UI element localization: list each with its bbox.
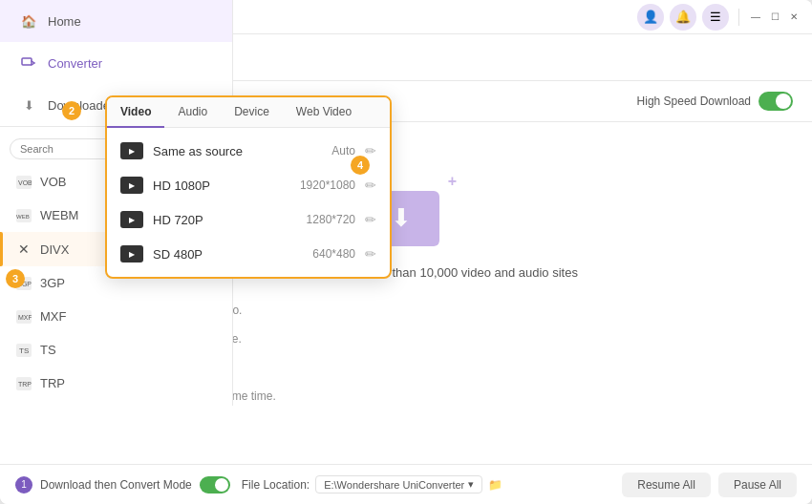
svg-text:TS: TS [19, 346, 29, 355]
location-select[interactable]: E:\Wondershare UniConverter ▾ [315, 475, 482, 494]
bell-icon[interactable]: 🔔 [670, 4, 696, 31]
bottom-bar: 1 Download then Convert Mode File Locati… [0, 464, 812, 504]
webm-icon: WEB [15, 209, 32, 222]
plus-icon-right: + [448, 173, 457, 190]
vob-label: VOB [40, 175, 66, 189]
format-tab-video[interactable]: Video [107, 97, 164, 128]
video-thumb-480-icon [120, 245, 143, 262]
format-item-same[interactable]: Same as source Auto ✏ [107, 134, 390, 168]
sidebar-item-trp[interactable]: TRP TRP [0, 367, 232, 400]
format-dropdown: Video Audio Device Web Video Same as sou… [105, 95, 392, 279]
format-tabs: Video Audio Device Web Video [107, 97, 390, 128]
format-item-480p[interactable]: SD 480P 640*480 ✏ [107, 237, 390, 271]
file-location-label: File Location: [242, 478, 310, 492]
format-item-720p[interactable]: HD 720P 1280*720 ✏ [107, 202, 390, 237]
webm-label: WEBM [40, 208, 78, 222]
format-edit-720[interactable]: ✏ [365, 212, 376, 227]
format-edit-480[interactable]: ✏ [365, 246, 376, 262]
vob-icon: VOB [15, 176, 32, 189]
resume-all-button[interactable]: Resume All [622, 472, 711, 497]
minimize-button[interactable]: — [749, 10, 762, 24]
svg-text:TRP: TRP [18, 381, 32, 388]
mxf-icon: MXF [15, 310, 32, 324]
format-name-1080: HD 1080P [153, 178, 290, 193]
trp-label: TRP [40, 376, 65, 390]
nav-converter-label: Converter [48, 56, 102, 71]
downloader-icon: ⬇ [19, 95, 38, 115]
format-items-list: Same as source Auto ✏ HD 1080P 1920*1080… [107, 128, 390, 277]
file-location-section: File Location: E:\Wondershare UniConvert… [242, 475, 610, 494]
svg-text:MXF: MXF [18, 314, 32, 321]
sidebar-item-ts[interactable]: TS TS [0, 333, 232, 367]
nav-item-home[interactable]: 🏠 Home [0, 34, 232, 42]
folder-open-icon[interactable]: 📁 [488, 478, 502, 492]
badge-4-circle: 4 [351, 156, 370, 175]
badge-2: 2 [62, 101, 81, 120]
convert-mode-label: Download then Convert Mode [40, 478, 192, 492]
badge-4-container: 4 [351, 156, 370, 175]
badge-3: 3 [6, 269, 25, 288]
format-tab-device[interactable]: Device [221, 97, 283, 127]
trp-icon: TRP [15, 377, 32, 390]
pause-all-button[interactable]: Pause All [718, 472, 797, 497]
location-value: E:\Wondershare UniConverter [324, 479, 464, 491]
window-controls: 👤 🔔 ☰ — ☐ ✕ [637, 4, 801, 31]
menu-icon[interactable]: ☰ [702, 4, 729, 31]
svg-rect-2 [22, 58, 32, 65]
divx-label: DIVX [40, 242, 69, 257]
format-name-480: SD 480P [153, 247, 303, 262]
high-speed-label: High Speed Download [637, 94, 751, 108]
user-icon[interactable]: 👤 [637, 4, 664, 31]
format-res-720: 1280*720 [307, 213, 355, 226]
close-button[interactable]: ✕ [787, 10, 801, 24]
format-item-1080p[interactable]: HD 1080P 1920*1080 ✏ [107, 168, 390, 202]
convert-mode-section: 1 Download then Convert Mode [15, 476, 230, 494]
format-name-same: Same as source [153, 144, 322, 158]
svg-text:WEB: WEB [16, 214, 30, 220]
format-res-1080: 1920*1080 [300, 178, 355, 192]
format-res-480: 640*480 [312, 247, 355, 261]
video-thumb-icon [120, 142, 143, 159]
video-thumb-1080-icon [120, 177, 143, 194]
converter-icon [19, 53, 38, 73]
ts-icon: TS [15, 344, 32, 357]
badge-3-circle: 3 [6, 269, 25, 288]
svg-text:VOB: VOB [18, 179, 32, 186]
chevron-down-icon: ▾ [468, 478, 474, 491]
sidebar-item-mxf[interactable]: MXF MXF [0, 300, 232, 333]
video-thumb-720-icon [120, 211, 143, 228]
divx-icon: ✕ [15, 242, 32, 257]
convert-mode-toggle[interactable] [200, 476, 230, 494]
format-edit-1080[interactable]: ✏ [365, 178, 376, 193]
action-buttons: Resume All Pause All [622, 472, 797, 497]
high-speed-toggle[interactable] [759, 92, 793, 111]
format-tab-audio[interactable]: Audio [164, 97, 221, 127]
mxf-label: MXF [40, 309, 66, 324]
nav-item-converter[interactable]: Converter [0, 42, 232, 84]
badge-2-circle: 2 [62, 101, 81, 120]
high-speed-container: High Speed Download [637, 92, 793, 111]
convert-mode-badge: 1 [15, 476, 32, 494]
download-arrow-icon: ⬇ [391, 203, 412, 233]
format-name-720: HD 720P [153, 213, 297, 227]
3gp-label: 3GP [40, 276, 65, 290]
maximize-button[interactable]: ☐ [768, 10, 781, 24]
format-tab-webvideo[interactable]: Web Video [283, 97, 365, 127]
ts-label: TS [40, 343, 56, 357]
